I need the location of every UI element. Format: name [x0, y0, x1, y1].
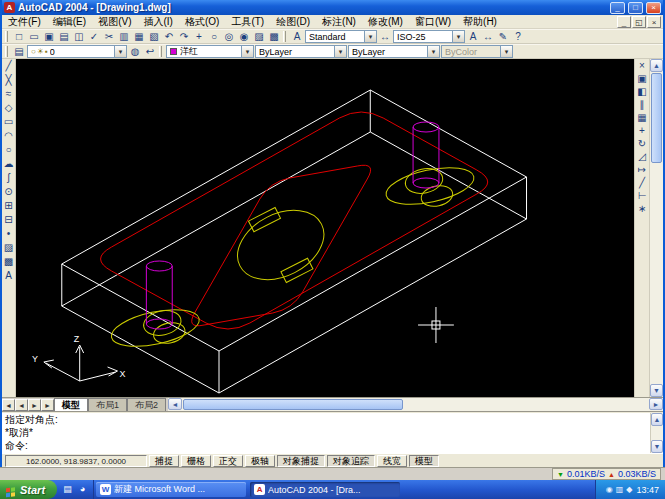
print-preview-icon[interactable]: ◫: [72, 30, 86, 43]
linetype-dropdown[interactable]: ByLayer ▾: [255, 45, 347, 58]
tab-layout1[interactable]: 布局1: [88, 398, 127, 411]
extend-icon[interactable]: ⊢: [635, 189, 649, 202]
layer-dropdown[interactable]: ○☀▪ 0 ▾: [27, 45, 127, 58]
rotate-icon[interactable]: ↻: [635, 137, 649, 150]
spline-icon[interactable]: ʃ: [2, 171, 16, 185]
scale-icon[interactable]: ◿: [635, 150, 649, 163]
edit-text-icon[interactable]: ✎: [496, 30, 510, 43]
point-icon[interactable]: •: [2, 227, 16, 241]
scroll-up-icon[interactable]: ▲: [650, 59, 663, 72]
doc-close-button[interactable]: ×: [647, 16, 661, 28]
vertical-scrollbar[interactable]: ▲ ▼: [649, 59, 663, 397]
mirror-icon[interactable]: ◧: [635, 85, 649, 98]
layer-on-icon[interactable]: ○: [31, 46, 36, 57]
ellipse-icon[interactable]: ⊙: [2, 185, 16, 199]
menu-help[interactable]: 帮助(H): [457, 15, 503, 29]
region-icon[interactable]: ▩: [2, 255, 16, 269]
lineweight-dropdown[interactable]: ByLayer ▾: [348, 45, 440, 58]
menu-tools[interactable]: 工具(T): [225, 15, 270, 29]
tab-layout2[interactable]: 布局2: [127, 398, 166, 411]
tab-nav-next[interactable]: ►: [28, 399, 41, 411]
tab-nav-last[interactable]: ►: [41, 399, 54, 411]
pan-icon[interactable]: +: [192, 30, 206, 43]
layer-previous-icon[interactable]: ↩: [143, 45, 157, 58]
toolbar-grip[interactable]: [283, 31, 286, 42]
doc-minimize-button[interactable]: _: [617, 16, 631, 28]
status-otrack-button[interactable]: 对象追踪: [327, 455, 375, 467]
status-osnap-button[interactable]: 对象捕捉: [277, 455, 325, 467]
quick-launch-desktop-icon[interactable]: ▤: [61, 483, 74, 496]
spell-check-icon[interactable]: ✓: [87, 30, 101, 43]
dropdown-arrow-icon[interactable]: ▾: [364, 31, 376, 42]
menu-dimension[interactable]: 标注(N): [316, 15, 362, 29]
scroll-down-icon[interactable]: ▼: [651, 440, 663, 453]
layer-properties-manager-icon[interactable]: ▤: [12, 45, 26, 58]
status-ortho-button[interactable]: 正交: [213, 455, 243, 467]
move-icon[interactable]: +: [635, 124, 649, 137]
status-lineweight-button[interactable]: 线宽: [377, 455, 407, 467]
new-file-icon[interactable]: □: [12, 30, 26, 43]
copy-object-icon[interactable]: ▣: [635, 72, 649, 85]
multiline-text-icon[interactable]: A: [2, 269, 16, 283]
tray-volume-icon[interactable]: ◉: [606, 485, 613, 494]
color-dropdown[interactable]: 洋红 ▾: [166, 45, 254, 58]
zoom-previous-icon[interactable]: ◉: [237, 30, 251, 43]
status-model-button[interactable]: 模型: [409, 455, 439, 467]
cut-icon[interactable]: ✂: [102, 30, 116, 43]
trim-icon[interactable]: ╱: [635, 176, 649, 189]
command-window[interactable]: 指定对角点:*取消*命令: ▲ ▼: [2, 411, 663, 453]
dropdown-arrow-icon[interactable]: ▾: [452, 31, 464, 42]
dim-style-dropdown[interactable]: ISO-25 ▾: [393, 30, 465, 43]
toolbar-grip[interactable]: [5, 46, 8, 57]
minimize-button[interactable]: _: [610, 2, 625, 14]
match-properties-icon[interactable]: ▧: [147, 30, 161, 43]
tab-model[interactable]: 模型: [54, 398, 88, 411]
explode-icon[interactable]: ∗: [635, 202, 649, 215]
scroll-left-icon[interactable]: ◄: [168, 398, 182, 410]
hatch-icon[interactable]: ▨: [2, 241, 16, 255]
menu-window[interactable]: 窗口(W): [409, 15, 457, 29]
menu-edit[interactable]: 编辑(E): [47, 15, 92, 29]
close-button[interactable]: ×: [646, 2, 661, 14]
offset-icon[interactable]: ∥: [635, 98, 649, 111]
command-prompt-line[interactable]: 命令:: [5, 439, 647, 452]
polygon-icon[interactable]: ◇: [2, 101, 16, 115]
redo-icon[interactable]: ↷: [177, 30, 191, 43]
save-icon[interactable]: ▣: [42, 30, 56, 43]
dropdown-arrow-icon[interactable]: ▾: [427, 46, 439, 57]
insert-block-icon[interactable]: ⊞: [2, 199, 16, 213]
tab-nav-prev[interactable]: ◄: [15, 399, 28, 411]
toolbar-grip[interactable]: [5, 31, 8, 42]
menu-view[interactable]: 视图(V): [92, 15, 137, 29]
layer-freeze-icon[interactable]: ☀: [37, 46, 44, 57]
doc-restore-button[interactable]: ◱: [632, 16, 646, 28]
polyline-icon[interactable]: ≈: [2, 87, 16, 101]
tab-nav-first[interactable]: ◄: [2, 399, 15, 411]
stretch-icon[interactable]: ↦: [635, 163, 649, 176]
paste-icon[interactable]: ▦: [132, 30, 146, 43]
help-icon[interactable]: ?: [511, 30, 525, 43]
dimension-icon[interactable]: ↔: [481, 30, 495, 43]
vertical-scroll-thumb[interactable]: [651, 73, 662, 163]
array-icon[interactable]: ▦: [635, 111, 649, 124]
tray-network-icon[interactable]: ▥: [616, 485, 624, 494]
zoom-window-icon[interactable]: ◎: [222, 30, 236, 43]
erase-icon[interactable]: ×: [635, 59, 649, 72]
undo-icon[interactable]: ↶: [162, 30, 176, 43]
rectangle-icon[interactable]: ▭: [2, 115, 16, 129]
circle-icon[interactable]: ○: [2, 143, 16, 157]
menu-file[interactable]: 文件(F): [2, 15, 47, 29]
layer-lock-icon[interactable]: ▪: [45, 46, 48, 57]
drawing-canvas[interactable]: Z Y X: [16, 59, 634, 397]
make-object-layer-current-icon[interactable]: ◍: [128, 45, 142, 58]
scroll-right-icon[interactable]: ►: [649, 398, 663, 410]
start-button[interactable]: Start: [0, 480, 57, 499]
dropdown-arrow-icon[interactable]: ▾: [114, 46, 126, 57]
scroll-down-icon[interactable]: ▼: [650, 384, 663, 397]
status-snap-button[interactable]: 捕捉: [149, 455, 179, 467]
quick-launch-browser-icon[interactable]: ◕: [76, 483, 89, 496]
text-icon[interactable]: A: [466, 30, 480, 43]
construction-line-icon[interactable]: ╳: [2, 73, 16, 87]
menu-insert[interactable]: 插入(I): [137, 15, 178, 29]
print-icon[interactable]: ▤: [57, 30, 71, 43]
